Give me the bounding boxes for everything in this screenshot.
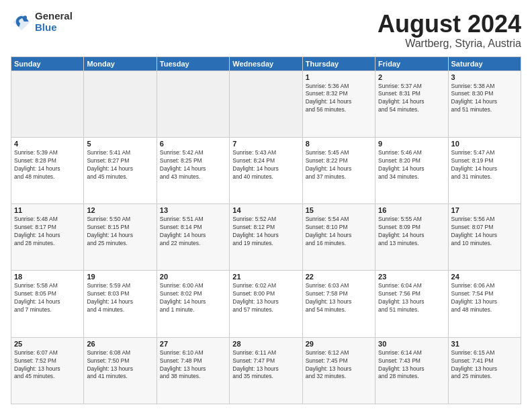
page: General Blue August 2024 Wartberg, Styri… [0,0,532,411]
day-info: Sunrise: 5:48 AM Sunset: 8:17 PM Dayligh… [14,216,81,248]
day-number: 23 [378,273,445,281]
header-friday: Friday [375,56,448,71]
table-row: 30Sunrise: 6:14 AM Sunset: 7:43 PM Dayli… [375,337,448,404]
day-info: Sunrise: 6:10 AM Sunset: 7:48 PM Dayligh… [160,349,226,381]
table-row: 20Sunrise: 6:00 AM Sunset: 8:02 PM Dayli… [157,271,229,337]
table-row [157,71,229,137]
calendar-week-1: 1Sunrise: 5:36 AM Sunset: 8:32 PM Daylig… [11,71,521,137]
table-row: 12Sunrise: 5:50 AM Sunset: 8:15 PM Dayli… [84,204,157,271]
table-row: 8Sunrise: 5:45 AM Sunset: 8:22 PM Daylig… [302,137,375,203]
day-number: 24 [451,273,518,281]
day-number: 10 [451,140,518,148]
day-number: 25 [14,340,81,348]
day-number: 9 [378,140,445,148]
day-info: Sunrise: 5:46 AM Sunset: 8:20 PM Dayligh… [378,149,445,181]
logo-text: General Blue [35,11,73,33]
day-info: Sunrise: 5:39 AM Sunset: 8:28 PM Dayligh… [14,149,81,181]
day-info: Sunrise: 6:14 AM Sunset: 7:43 PM Dayligh… [378,349,445,381]
day-info: Sunrise: 5:58 AM Sunset: 8:05 PM Dayligh… [14,282,81,314]
header-monday: Monday [84,56,157,71]
table-row: 19Sunrise: 5:59 AM Sunset: 8:03 PM Dayli… [84,271,157,337]
table-row: 4Sunrise: 5:39 AM Sunset: 8:28 PM Daylig… [11,137,84,203]
table-row: 22Sunrise: 6:03 AM Sunset: 7:58 PM Dayli… [302,271,375,337]
day-info: Sunrise: 6:04 AM Sunset: 7:56 PM Dayligh… [378,282,445,314]
table-row: 24Sunrise: 6:06 AM Sunset: 7:54 PM Dayli… [448,271,521,337]
day-info: Sunrise: 5:45 AM Sunset: 8:22 PM Dayligh… [306,149,372,181]
calendar-week-3: 11Sunrise: 5:48 AM Sunset: 8:17 PM Dayli… [11,204,521,271]
table-row: 26Sunrise: 6:08 AM Sunset: 7:50 PM Dayli… [84,337,157,404]
day-info: Sunrise: 6:06 AM Sunset: 7:54 PM Dayligh… [451,282,518,314]
day-number: 26 [87,340,153,348]
day-number: 22 [306,273,372,281]
table-row: 28Sunrise: 6:11 AM Sunset: 7:47 PM Dayli… [230,337,302,404]
day-info: Sunrise: 5:56 AM Sunset: 8:07 PM Dayligh… [451,216,518,248]
day-number: 2 [378,73,445,81]
title-month: August 2024 [378,11,521,38]
table-row [84,71,157,137]
day-number: 27 [160,340,226,348]
table-row [230,71,302,137]
calendar-table: Sunday Monday Tuesday Wednesday Thursday… [11,56,521,404]
day-info: Sunrise: 6:07 AM Sunset: 7:52 PM Dayligh… [14,349,81,381]
header-tuesday: Tuesday [157,56,229,71]
table-row: 3Sunrise: 5:38 AM Sunset: 8:30 PM Daylig… [448,71,521,137]
logo: General Blue [11,11,73,33]
day-number: 18 [14,273,81,281]
day-number: 6 [160,140,226,148]
day-info: Sunrise: 6:08 AM Sunset: 7:50 PM Dayligh… [87,349,153,381]
logo-general-text: General [35,11,73,22]
title-block: August 2024 Wartberg, Styria, Austria [378,11,521,50]
day-number: 15 [306,206,372,214]
day-info: Sunrise: 6:02 AM Sunset: 8:00 PM Dayligh… [232,282,299,314]
table-row: 17Sunrise: 5:56 AM Sunset: 8:07 PM Dayli… [448,204,521,271]
day-info: Sunrise: 5:43 AM Sunset: 8:24 PM Dayligh… [232,149,299,181]
day-info: Sunrise: 5:51 AM Sunset: 8:14 PM Dayligh… [160,216,226,248]
table-row: 9Sunrise: 5:46 AM Sunset: 8:20 PM Daylig… [375,137,448,203]
table-row: 21Sunrise: 6:02 AM Sunset: 8:00 PM Dayli… [230,271,302,337]
day-number: 12 [87,206,153,214]
day-number: 21 [232,273,299,281]
table-row: 5Sunrise: 5:41 AM Sunset: 8:27 PM Daylig… [84,137,157,203]
day-number: 17 [451,206,518,214]
table-row: 27Sunrise: 6:10 AM Sunset: 7:48 PM Dayli… [157,337,229,404]
day-info: Sunrise: 6:00 AM Sunset: 8:02 PM Dayligh… [160,282,226,314]
day-info: Sunrise: 5:38 AM Sunset: 8:30 PM Dayligh… [451,83,518,115]
table-row: 16Sunrise: 5:55 AM Sunset: 8:09 PM Dayli… [375,204,448,271]
day-info: Sunrise: 5:55 AM Sunset: 8:09 PM Dayligh… [378,216,445,248]
header: General Blue August 2024 Wartberg, Styri… [11,11,521,50]
day-info: Sunrise: 6:03 AM Sunset: 7:58 PM Dayligh… [306,282,372,314]
day-number: 5 [87,140,153,148]
day-number: 14 [232,206,299,214]
header-thursday: Thursday [302,56,375,71]
day-info: Sunrise: 5:59 AM Sunset: 8:03 PM Dayligh… [87,282,153,314]
day-number: 31 [451,340,518,348]
calendar-week-2: 4Sunrise: 5:39 AM Sunset: 8:28 PM Daylig… [11,137,521,203]
table-row: 14Sunrise: 5:52 AM Sunset: 8:12 PM Dayli… [230,204,302,271]
table-row: 6Sunrise: 5:42 AM Sunset: 8:25 PM Daylig… [157,137,229,203]
table-row: 18Sunrise: 5:58 AM Sunset: 8:05 PM Dayli… [11,271,84,337]
day-number: 8 [306,140,372,148]
table-row: 31Sunrise: 6:15 AM Sunset: 7:41 PM Dayli… [448,337,521,404]
table-row: 2Sunrise: 5:37 AM Sunset: 8:31 PM Daylig… [375,71,448,137]
calendar-week-5: 25Sunrise: 6:07 AM Sunset: 7:52 PM Dayli… [11,337,521,404]
header-saturday: Saturday [448,56,521,71]
day-number: 11 [14,206,81,214]
day-info: Sunrise: 5:37 AM Sunset: 8:31 PM Dayligh… [378,83,445,115]
logo-icon [11,11,32,33]
day-number: 29 [306,340,372,348]
day-info: Sunrise: 5:47 AM Sunset: 8:19 PM Dayligh… [451,149,518,181]
day-info: Sunrise: 5:50 AM Sunset: 8:15 PM Dayligh… [87,216,153,248]
day-number: 16 [378,206,445,214]
calendar-week-4: 18Sunrise: 5:58 AM Sunset: 8:05 PM Dayli… [11,271,521,337]
table-row: 7Sunrise: 5:43 AM Sunset: 8:24 PM Daylig… [230,137,302,203]
day-info: Sunrise: 5:42 AM Sunset: 8:25 PM Dayligh… [160,149,226,181]
day-info: Sunrise: 5:41 AM Sunset: 8:27 PM Dayligh… [87,149,153,181]
svg-point-0 [24,15,27,19]
day-info: Sunrise: 6:15 AM Sunset: 7:41 PM Dayligh… [451,349,518,381]
day-number: 1 [306,73,372,81]
header-sunday: Sunday [11,56,84,71]
day-info: Sunrise: 5:52 AM Sunset: 8:12 PM Dayligh… [232,216,299,248]
day-number: 13 [160,206,226,214]
day-number: 28 [232,340,299,348]
table-row: 13Sunrise: 5:51 AM Sunset: 8:14 PM Dayli… [157,204,229,271]
